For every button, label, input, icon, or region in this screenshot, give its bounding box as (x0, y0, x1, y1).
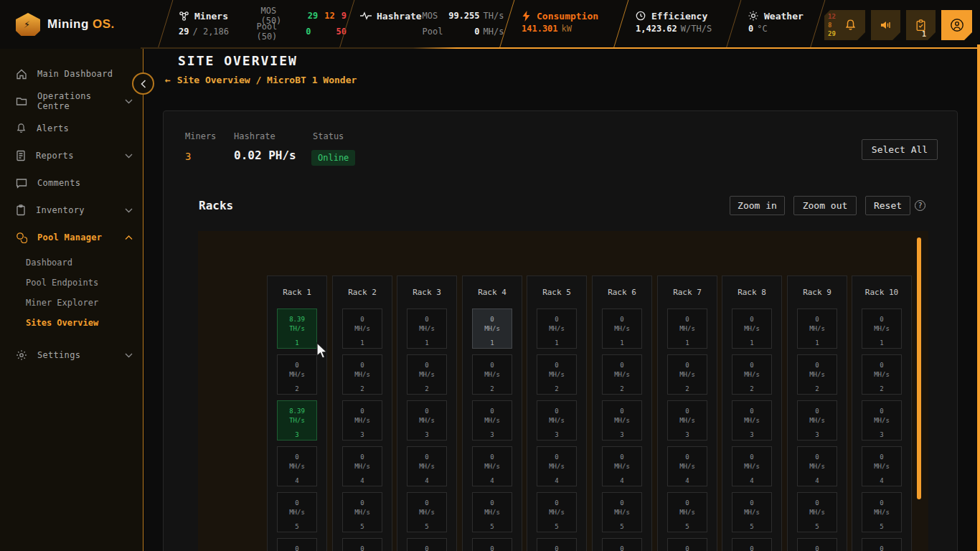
rack-cell[interactable]: 0MH/s5 (277, 492, 317, 532)
rack-cell[interactable]: 0MH/s4 (667, 446, 707, 486)
rack-cell[interactable]: 0MH/s2 (537, 354, 577, 395)
rack-cell[interactable]: 0MH/s1 (407, 309, 447, 349)
rack-cell[interactable]: 0MH/s6 (277, 538, 317, 551)
rack-cell[interactable]: 8.39TH/s3 (277, 400, 317, 441)
sidebar-item-reports[interactable]: Reports (0, 142, 143, 169)
rack-cell[interactable]: 0MH/s3 (667, 400, 707, 441)
rack-cell[interactable]: 0MH/s3 (862, 400, 902, 441)
rack-cell[interactable]: 0MH/s3 (602, 400, 642, 441)
hashrate-mos-value: 99.255 (446, 11, 480, 21)
tasks-button[interactable]: 1 (906, 10, 936, 40)
app-root: Mining OS. Miners MOS (50) 29 12 9 (0, 0, 980, 551)
zoom-out-button[interactable]: Zoom out (793, 196, 857, 215)
rack-cell[interactable]: 0MH/s1 (732, 309, 772, 349)
back-arrow-icon[interactable]: ← (165, 75, 171, 85)
rack-cell[interactable]: 0MH/s5 (342, 492, 382, 532)
rack-cell[interactable]: 0MH/s2 (342, 354, 382, 395)
rack-cell[interactable]: 0MH/s4 (537, 446, 577, 486)
rack-cell[interactable]: 0MH/s1 (862, 309, 902, 349)
consumption-title: Consumption (537, 11, 598, 22)
rack-cell[interactable]: 0MH/s5 (667, 492, 707, 532)
summary-hashrate-label: Hashrate (234, 131, 275, 141)
sidebar-collapse-button[interactable] (132, 72, 154, 95)
racks-vertical-scrollbar[interactable] (917, 237, 921, 499)
rack-cell[interactable]: 0MH/s4 (732, 446, 772, 486)
sidebar-item-alerts[interactable]: Alerts (0, 115, 143, 142)
sidebar-item-operations-centre[interactable]: Operations Centre (0, 88, 143, 115)
rack-cell[interactable]: 0MH/s2 (472, 354, 512, 395)
rack-cell[interactable]: 0MH/s6 (862, 538, 902, 551)
reset-button[interactable]: Reset (865, 196, 910, 215)
rack-cell[interactable]: 0MH/s6 (797, 538, 837, 551)
rack-cell[interactable]: 0MH/s3 (537, 400, 577, 441)
rack-cell[interactable]: 0MH/s5 (472, 492, 512, 532)
rack-cell[interactable]: 0MH/s5 (732, 492, 772, 532)
rack-cell[interactable]: 0MH/s4 (277, 446, 317, 486)
rack-label: Rack 10 (852, 276, 911, 309)
sidebar-item-comments[interactable]: Comments (0, 169, 143, 197)
sidebar-item-pool-manager[interactable]: Pool Manager (0, 224, 143, 251)
submenu-item-dashboard[interactable]: Dashboard (0, 253, 143, 273)
zoom-in-button[interactable]: Zoom in (730, 196, 785, 215)
rack-cell[interactable]: 0MH/s2 (667, 354, 707, 395)
rack-cell[interactable]: 0MH/s2 (732, 354, 772, 395)
rack-cell[interactable]: 0MH/s2 (407, 354, 447, 395)
page-scrollbar[interactable] (977, 44, 980, 551)
rack-cell[interactable]: 0MH/s4 (862, 446, 902, 486)
rack-cell[interactable]: 0MH/s5 (862, 492, 902, 532)
rack-label: Rack 8 (722, 276, 781, 309)
rack-cell[interactable]: 0MH/s3 (407, 400, 447, 441)
miners-mos-warn: 12 (324, 11, 334, 21)
rack-cell[interactable]: 0MH/s2 (602, 354, 642, 395)
rack-cell[interactable]: 0MH/s5 (407, 492, 447, 532)
rack-cell[interactable]: 0MH/s1 (602, 309, 642, 349)
rack-cell[interactable]: 0MH/s4 (342, 446, 382, 486)
submenu-item-sites-overview[interactable]: Sites Overview (0, 313, 143, 333)
rack-cell[interactable]: 0MH/s1 (667, 309, 707, 349)
alerts-bell-button[interactable]: 12 8 29 (824, 10, 865, 40)
logo[interactable]: Mining OS. (0, 0, 165, 49)
rack-label: Rack 3 (397, 276, 456, 309)
rack-cell[interactable]: 0MH/s6 (537, 538, 577, 551)
rack-cell[interactable]: 0MH/s2 (862, 354, 902, 395)
summary-status-label: Status (313, 131, 344, 141)
rack-cell[interactable]: 0MH/s6 (472, 538, 512, 551)
rack-cell[interactable]: 0MH/s6 (407, 538, 447, 551)
efficiency-clock-icon (636, 11, 646, 21)
sidebar-item-settings[interactable]: Settings (0, 342, 143, 369)
select-all-button[interactable]: Select All (862, 139, 938, 160)
rack-cell[interactable]: 0MH/s3 (342, 400, 382, 441)
sidebar: Main Dashboard Operations Centre Alerts (0, 49, 143, 551)
rack-cell[interactable]: 0MH/s4 (797, 446, 837, 486)
rack-cell[interactable]: 0MH/s3 (797, 400, 837, 441)
account-button[interactable] (941, 10, 972, 40)
sidebar-item-main-dashboard[interactable]: Main Dashboard (0, 60, 143, 88)
rack-cell[interactable]: 0MH/s1 (797, 309, 837, 349)
rack-cell[interactable]: 0MH/s4 (407, 446, 447, 486)
rack-cell[interactable]: 0MH/s6 (667, 538, 707, 551)
breadcrumb[interactable]: ← Site Overview / MicroBT 1 Wonder (165, 75, 357, 85)
submenu-item-miner-explorer[interactable]: Miner Explorer (0, 293, 143, 313)
rack-cell[interactable]: 0MH/s3 (732, 400, 772, 441)
rack-cell[interactable]: 0MH/s3 (472, 400, 512, 441)
mute-button[interactable] (871, 10, 900, 40)
sidebar-item-inventory[interactable]: Inventory (0, 197, 143, 224)
rack-cell[interactable]: 0MH/s1 (472, 309, 512, 349)
rack-cell[interactable]: 0MH/s6 (732, 538, 772, 551)
rack-cell[interactable]: 8.39TH/s1 (277, 309, 317, 349)
rack-cell[interactable]: 0MH/s5 (602, 492, 642, 532)
rack-cell[interactable]: 0MH/s4 (602, 446, 642, 486)
rack-column: Rack 60MH/s10MH/s20MH/s30MH/s40MH/s50MH/… (592, 276, 652, 551)
rack-cell[interactable]: 0MH/s1 (537, 309, 577, 349)
rack-cell[interactable]: 0MH/s6 (602, 538, 642, 551)
rack-cell[interactable]: 0MH/s4 (472, 446, 512, 486)
rack-cell[interactable]: 0MH/s5 (797, 492, 837, 532)
submenu-item-pool-endpoints[interactable]: Pool Endpoints (0, 273, 143, 293)
rack-cell[interactable]: 0MH/s2 (797, 354, 837, 395)
help-icon[interactable]: ? (915, 200, 925, 211)
rack-cell[interactable]: 0MH/s1 (342, 309, 382, 349)
rack-cell[interactable]: 0MH/s2 (277, 354, 317, 395)
pool-manager-submenu: Dashboard Pool Endpoints Miner Explorer … (0, 251, 143, 336)
rack-cell[interactable]: 0MH/s5 (537, 492, 577, 532)
rack-cell[interactable]: 0MH/s6 (342, 538, 382, 551)
